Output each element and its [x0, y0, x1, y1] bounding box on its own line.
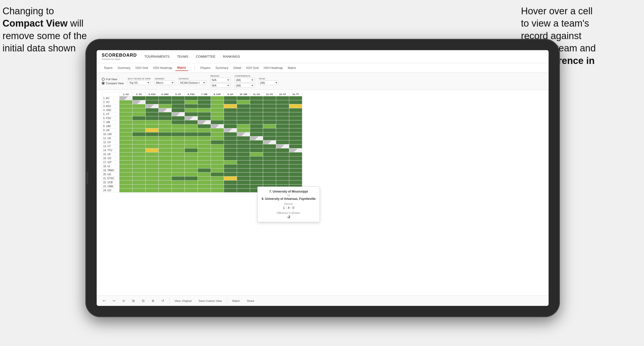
- matrix-cell[interactable]: [224, 136, 237, 140]
- matrix-cell[interactable]: [276, 144, 289, 148]
- matrix-cell[interactable]: [198, 185, 211, 189]
- matrix-cell[interactable]: [237, 160, 250, 164]
- matrix-cell[interactable]: [146, 152, 159, 156]
- matrix-cell[interactable]: [198, 124, 211, 128]
- matrix-cell[interactable]: [146, 160, 159, 164]
- matrix-cell[interactable]: [237, 172, 250, 177]
- matrix-cell[interactable]: [263, 177, 276, 181]
- matrix-cell[interactable]: [133, 116, 146, 120]
- matrix-cell[interactable]: [237, 152, 250, 156]
- matrix-cell[interactable]: [159, 177, 172, 181]
- matrix-cell[interactable]: [159, 185, 172, 189]
- matrix-cell[interactable]: [250, 181, 263, 185]
- matrix-cell[interactable]: [211, 120, 224, 124]
- matrix-cell[interactable]: [211, 128, 224, 132]
- matrix-cell[interactable]: [211, 156, 224, 160]
- matrix-cell[interactable]: [185, 189, 198, 193]
- matrix-cell[interactable]: [120, 177, 133, 181]
- matrix-cell[interactable]: [120, 120, 133, 124]
- matrix-cell[interactable]: [185, 140, 198, 144]
- matrix-cell[interactable]: [133, 104, 146, 108]
- matrix-cell[interactable]: [276, 181, 289, 185]
- subnav-matrix2[interactable]: Matrix: [286, 65, 298, 71]
- matrix-cell[interactable]: [211, 181, 224, 185]
- matrix-cell[interactable]: [250, 152, 263, 156]
- matrix-cell[interactable]: [159, 112, 172, 116]
- matrix-cell[interactable]: [172, 148, 185, 152]
- matrix-cell[interactable]: [185, 148, 198, 152]
- matrix-cell[interactable]: [263, 124, 276, 128]
- matrix-cell[interactable]: [120, 132, 133, 136]
- matrix-cell[interactable]: [289, 172, 302, 177]
- matrix-cell[interactable]: [198, 164, 211, 168]
- matrix-cell[interactable]: [276, 177, 289, 181]
- conference-select2[interactable]: (All): [235, 83, 255, 88]
- nav-rankings[interactable]: RANKINGS: [223, 54, 240, 59]
- nav-committee[interactable]: COMMITTEE: [196, 54, 215, 59]
- matrix-cell[interactable]: [198, 120, 211, 124]
- matrix-cell[interactable]: [146, 181, 159, 185]
- matrix-cell[interactable]: [224, 132, 237, 136]
- matrix-cell[interactable]: [250, 108, 263, 112]
- matrix-cell[interactable]: [250, 136, 263, 140]
- matrix-cell[interactable]: [289, 177, 302, 181]
- matrix-cell[interactable]: [224, 177, 237, 181]
- matrix-cell[interactable]: [185, 156, 198, 160]
- matrix-cell[interactable]: [263, 96, 276, 100]
- matrix-cell[interactable]: [250, 144, 263, 148]
- matrix-cell[interactable]: [276, 96, 289, 100]
- matrix-cell[interactable]: [185, 104, 198, 108]
- matrix-cell[interactable]: [120, 140, 133, 144]
- matrix-cell[interactable]: [172, 100, 185, 104]
- matrix-cell[interactable]: [172, 116, 185, 120]
- matrix-cell[interactable]: [146, 189, 159, 193]
- matrix-cell[interactable]: [185, 112, 198, 116]
- matrix-cell[interactable]: [146, 156, 159, 160]
- matrix-cell[interactable]: [159, 168, 172, 172]
- matrix-cell[interactable]: [172, 152, 185, 156]
- matrix-cell[interactable]: [276, 108, 289, 112]
- matrix-cell[interactable]: [289, 136, 302, 140]
- matrix-cell[interactable]: [276, 136, 289, 140]
- matrix-cell[interactable]: [250, 156, 263, 160]
- undo-button[interactable]: ↩: [101, 298, 107, 304]
- matrix-cell[interactable]: [198, 160, 211, 164]
- matrix-cell[interactable]: [120, 112, 133, 116]
- matrix-cell[interactable]: [263, 108, 276, 112]
- matrix-cell[interactable]: [120, 100, 133, 104]
- full-view-option[interactable]: Full View: [102, 78, 124, 81]
- matrix-cell[interactable]: [159, 116, 172, 120]
- matrix-cell[interactable]: [159, 172, 172, 177]
- subnav-teams[interactable]: Teams: [102, 65, 114, 71]
- matrix-cell[interactable]: [185, 96, 198, 100]
- matrix-cell[interactable]: [185, 124, 198, 128]
- matrix-cell[interactable]: [224, 116, 237, 120]
- matrix-cell[interactable]: [276, 160, 289, 164]
- matrix-cell[interactable]: [250, 104, 263, 108]
- matrix-cell[interactable]: [146, 136, 159, 140]
- matrix-cell[interactable]: [250, 168, 263, 172]
- max-teams-select[interactable]: Top 50: [128, 80, 151, 85]
- matrix-cell[interactable]: [133, 132, 146, 136]
- matrix-cell[interactable]: [133, 148, 146, 152]
- matrix-cell[interactable]: [146, 116, 159, 120]
- matrix-cell[interactable]: [120, 96, 133, 100]
- matrix-cell[interactable]: [172, 177, 185, 181]
- matrix-cell[interactable]: [263, 168, 276, 172]
- compact-view-radio[interactable]: [102, 82, 105, 85]
- gender-select[interactable]: Men's: [155, 80, 175, 85]
- matrix-cell[interactable]: [211, 172, 224, 177]
- matrix-cell[interactable]: [120, 168, 133, 172]
- matrix-cell[interactable]: [198, 100, 211, 104]
- matrix-cell[interactable]: [237, 120, 250, 124]
- matrix-cell[interactable]: [263, 116, 276, 120]
- region-select[interactable]: N/A: [210, 78, 230, 82]
- subnav-h2hheatmap1[interactable]: H2H Heatmap: [151, 65, 174, 71]
- matrix-cell[interactable]: [211, 136, 224, 140]
- subnav-h2hheatmap2[interactable]: H2H Heatmap: [262, 65, 285, 71]
- matrix-cell[interactable]: [185, 100, 198, 104]
- matrix-cell[interactable]: [263, 140, 276, 144]
- matrix-cell[interactable]: [250, 116, 263, 120]
- matrix-cell[interactable]: [133, 136, 146, 140]
- matrix-cell[interactable]: [237, 164, 250, 168]
